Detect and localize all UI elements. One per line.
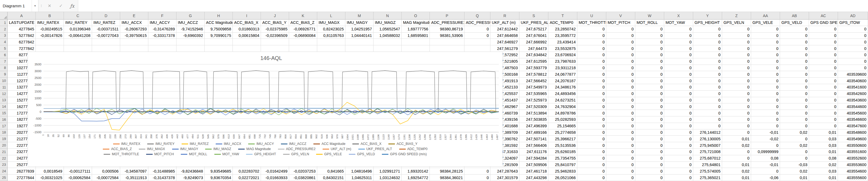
cell-M25[interactable]: 1,04625311 <box>345 175 373 181</box>
cell-S12[interactable]: 247,535965 <box>519 90 548 97</box>
cell-V1[interactable]: MOT_PITCH <box>606 20 635 26</box>
cell-E5[interactable] <box>120 45 148 52</box>
cell-W8[interactable]: 0 <box>635 65 664 71</box>
cell-W11[interactable]: 0 <box>635 84 664 90</box>
cell-U19[interactable]: 0 <box>577 136 606 142</box>
cell-F5[interactable] <box>148 45 177 52</box>
column-header-T[interactable]: T <box>548 12 577 20</box>
cell-U20[interactable]: 0 <box>577 142 606 149</box>
cell-V8[interactable]: 0 <box>606 65 635 71</box>
cell-S24[interactable]: 247,461718 <box>519 168 548 175</box>
cell-W2[interactable]: 0 <box>635 26 664 32</box>
cancel-button[interactable]: ✕ <box>44 0 55 12</box>
cell-V6[interactable]: 0 <box>606 52 635 58</box>
cell-U1[interactable]: MOT_THROTTLE <box>577 20 606 26</box>
cell-Q25[interactable]: 0 <box>464 175 490 181</box>
row-header-23[interactable]: 23 <box>0 162 7 168</box>
cell-P4[interactable] <box>430 39 464 45</box>
cell-Y7[interactable]: 0 <box>693 58 722 65</box>
cell-B24[interactable]: 0,0018549 <box>36 168 64 175</box>
cell-Y21[interactable]: 275,721008 <box>693 149 722 155</box>
cell-T6[interactable]: 23,6706924 <box>548 52 577 58</box>
cell-E24[interactable]: -0,34587097 <box>120 168 148 175</box>
cell-Z9[interactable]: 0 <box>722 71 751 78</box>
cell-T22[interactable]: 25,7354755 <box>548 155 577 162</box>
cell-AD12[interactable]: 403542600 <box>838 90 868 97</box>
cell-J24[interactable]: -0,01642499 <box>261 168 289 175</box>
cell-AD13[interactable]: 403543600 <box>838 97 868 104</box>
row-header-2[interactable]: 2 <box>0 26 7 32</box>
cell-J3[interactable]: -0,02396509 <box>261 32 289 39</box>
cell-T16[interactable]: 25,0282593 <box>548 117 577 123</box>
cell-AA19[interactable]: -0,02 <box>751 136 780 142</box>
cell-AA3[interactable]: 0 <box>751 32 780 39</box>
cell-AC22[interactable]: 0,08 <box>809 155 838 162</box>
cell-Y22[interactable]: 275,687012 <box>693 155 722 162</box>
cell-X14[interactable]: 0 <box>664 103 693 110</box>
cell-D2[interactable]: -0,00371511 <box>92 26 120 32</box>
cell-O4[interactable] <box>402 39 430 45</box>
cell-E3[interactable]: -0,39750615 <box>120 32 148 39</box>
row-header-21[interactable]: 21 <box>0 149 7 155</box>
cell-AB23[interactable]: -0,03 <box>780 162 809 168</box>
cell-T18[interactable]: 25,2774658 <box>548 129 577 136</box>
cell-T20[interactable]: 25,5135536 <box>548 142 577 149</box>
cell-U5[interactable]: 0 <box>577 45 606 52</box>
cell-S5[interactable]: 247,64473 <box>519 45 548 52</box>
cell-T25[interactable]: 26,0521066 <box>548 175 577 181</box>
cell-N3[interactable]: 1,04588032 <box>373 32 402 39</box>
cell-AA8[interactable]: 0 <box>751 65 780 71</box>
cell-Z16[interactable]: 0 <box>722 117 751 123</box>
cell-I2[interactable]: 0,01860313 <box>233 26 261 32</box>
cell-AA25[interactable]: -0,06 <box>751 175 780 181</box>
cell-Q5[interactable] <box>464 45 490 52</box>
cell-H25[interactable]: 9,83670354 <box>205 175 233 181</box>
column-header-I[interactable]: I <box>233 12 261 20</box>
cell-X24[interactable]: 0 <box>664 168 693 175</box>
cell-W13[interactable]: 0 <box>635 97 664 104</box>
cell-N24[interactable]: 1,02991271 <box>373 168 402 175</box>
row-header-5[interactable]: 5 <box>0 45 7 52</box>
cell-Y19[interactable]: 276,130005 <box>693 136 722 142</box>
cell-W5[interactable]: 0 <box>635 45 664 52</box>
cell-R2[interactable]: 247,612442 <box>490 26 519 32</box>
cell-T10[interactable]: 24,2076187 <box>548 78 577 84</box>
cell-AC5[interactable]: 0 <box>809 45 838 52</box>
row-header-3[interactable]: 3 <box>0 32 7 39</box>
cell-U3[interactable]: 0 <box>577 32 606 39</box>
column-header-AA[interactable]: AA <box>751 12 780 20</box>
cell-F1[interactable]: IMU_ACCY <box>148 20 177 26</box>
cell-U10[interactable]: 0 <box>577 78 606 84</box>
row-header-22[interactable]: 22 <box>0 155 7 162</box>
cell-H3[interactable]: 9,70990175 <box>205 32 233 39</box>
cell-T9[interactable]: 24,0677877 <box>548 71 577 78</box>
column-header-A[interactable]: A <box>7 12 36 20</box>
cell-U24[interactable]: 0 <box>577 168 606 175</box>
formula-bar-splitter[interactable]: ⁞ <box>38 0 44 12</box>
select-all-corner[interactable] <box>0 12 7 20</box>
cell-AC25[interactable]: 0,01 <box>809 175 838 181</box>
cell-K24[interactable]: -0,02037253 <box>289 168 317 175</box>
cell-Z15[interactable]: 0 <box>722 110 751 117</box>
cell-Z4[interactable]: 0 <box>722 39 751 45</box>
cell-Z13[interactable]: 0 <box>722 97 751 104</box>
cell-Z8[interactable]: 0 <box>722 65 751 71</box>
cell-Y15[interactable]: 0 <box>693 110 722 117</box>
cell-Y1[interactable]: GPS_HEIGHT <box>693 20 722 26</box>
cell-AC20[interactable]: 0,03 <box>809 142 838 149</box>
cell-X6[interactable]: 0 <box>664 52 693 58</box>
cell-AD15[interactable]: 403545600 <box>838 110 868 117</box>
cell-AB8[interactable]: 0 <box>780 65 809 71</box>
row-header-15[interactable]: 15 <box>0 110 7 117</box>
cell-U23[interactable]: 0 <box>577 162 606 168</box>
column-header-R[interactable]: R <box>490 12 519 20</box>
cell-AB11[interactable]: 0 <box>780 84 809 90</box>
cell-X15[interactable]: 0 <box>664 110 693 117</box>
row-header-18[interactable]: 18 <box>0 129 7 136</box>
cell-S23[interactable]: 247,509506 <box>519 162 548 168</box>
row-header-4[interactable]: 4 <box>0 39 7 45</box>
cell-S7[interactable]: 247,612595 <box>519 58 548 65</box>
cell-J2[interactable]: -0,02375985 <box>261 26 289 32</box>
row-header-13[interactable]: 13 <box>0 97 7 104</box>
cell-A3[interactable]: 5277842 <box>7 32 36 39</box>
